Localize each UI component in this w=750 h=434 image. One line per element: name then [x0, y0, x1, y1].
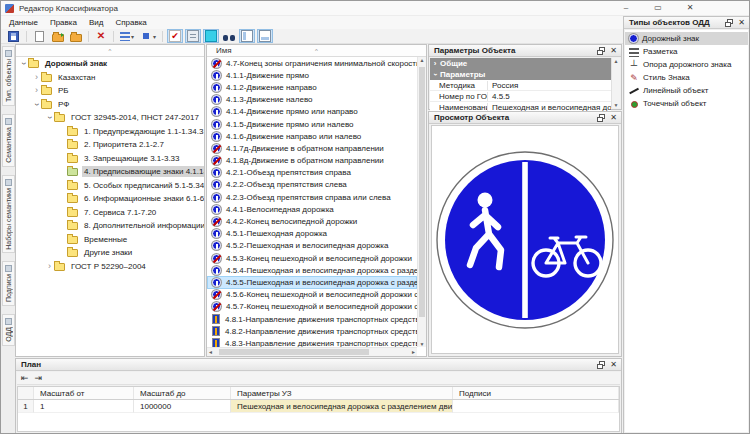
menu-item-0[interactable]: Данные: [3, 16, 44, 29]
sign-list-row[interactable]: 4.4.2-Конец велосипедной дорожки: [207, 215, 417, 227]
odd-type-row[interactable]: Линейный объект: [625, 84, 748, 97]
plan-column-header[interactable]: Подписи: [453, 387, 619, 399]
left-panel-button[interactable]: [239, 29, 255, 43]
sign-list-row[interactable]: 4.2.2-Объезд препятствия слева: [207, 179, 417, 191]
side-tab-3[interactable]: Подписи: [2, 261, 15, 306]
menu-item-2[interactable]: Вид: [83, 16, 109, 29]
odd-type-row[interactable]: ┴Опора дорожного знака: [625, 58, 748, 71]
group-parameters[interactable]: › Параметры: [430, 69, 611, 80]
tree-row[interactable]: 1. Предупреждающие 1.1-1.34.3: [16, 125, 204, 139]
close-panel-icon[interactable]: ✕: [610, 361, 617, 369]
sign-list-row[interactable]: 4.5.1-Пешеходная дорожка: [207, 228, 417, 240]
panel-header[interactable]: План ✕: [16, 359, 621, 371]
sign-list-row[interactable]: 4.8.1-Направление движения транспортных …: [207, 313, 417, 325]
tree-row[interactable]: 6. Информационные знаки 6.1-6.21.2: [16, 192, 204, 206]
tree-row[interactable]: ›РФ: [16, 98, 204, 112]
append-row-button[interactable]: ⇥: [35, 372, 43, 384]
expand-icon[interactable]: ›: [430, 59, 440, 68]
expand-icon[interactable]: ›: [32, 73, 41, 82]
sign-list-row[interactable]: 4.1.4-Движение прямо или направо: [207, 106, 417, 118]
plan-column-header[interactable]: Масштаб от: [34, 387, 134, 399]
param-value[interactable]: Россия: [488, 81, 611, 90]
plan-column-header[interactable]: Масштаб до: [134, 387, 231, 399]
float-panel-icon[interactable]: [725, 19, 733, 27]
menu-item-1[interactable]: Правка: [44, 16, 83, 29]
side-tab-4[interactable]: ОДД: [2, 314, 15, 346]
dropdown-arrow-icon[interactable]: ▾: [131, 33, 134, 40]
panel-header[interactable]: Параметры Объекта ✕: [429, 45, 621, 57]
tree-row[interactable]: ›ГОСТ Р 52290–2004: [16, 260, 204, 274]
sign-list-row[interactable]: 4.5.7-Конец пешеходной и велосипедной до…: [207, 301, 417, 313]
sign-list-row[interactable]: 4.5.5-Пешеходная и велосипедная дорожка …: [207, 276, 417, 288]
group-general[interactable]: › Общие: [430, 58, 611, 69]
save-button[interactable]: [5, 29, 22, 43]
expand-icon[interactable]: ›: [32, 86, 41, 95]
cell-signatures[interactable]: [453, 400, 619, 413]
sign-list-row[interactable]: 4.5.3-Конец пешеходной и велосипедной до…: [207, 252, 417, 264]
tree-row[interactable]: 2. Приоритета 2.1-2.7: [16, 138, 204, 152]
red-check-button[interactable]: [167, 29, 183, 43]
collapse-icon[interactable]: ›: [431, 70, 440, 80]
tree-row[interactable]: 5. Особых предписаний 5.1-5.34: [16, 179, 204, 193]
scrollbar-thumb[interactable]: [419, 67, 425, 317]
param-row-gost-number[interactable]: Номер по ГОСТ 4.5.5: [430, 91, 611, 102]
tree-column-header[interactable]: ^: [16, 45, 204, 57]
sign-list-row[interactable]: 4.4.1-Велосипедная дорожка: [207, 203, 417, 215]
delete-button[interactable]: [93, 29, 109, 43]
plan-column-header[interactable]: Параметры УЗ: [231, 387, 453, 399]
scroll-down-icon[interactable]: ▼: [612, 102, 620, 108]
panel-header[interactable]: Просмотр Объекта ✕: [429, 112, 621, 124]
tree-row[interactable]: ›Казахстан: [16, 71, 204, 85]
vertical-scrollbar[interactable]: ▲ ▼: [417, 57, 426, 347]
tree-row[interactable]: 7. Сервиса 7.1-7.20: [16, 206, 204, 220]
sign-list-row[interactable]: 4.5.4-Пешеходная и велосипедная дорожка …: [207, 264, 417, 276]
sign-list-row[interactable]: 4.1.5-Движение прямо или налево: [207, 118, 417, 130]
collapse-icon[interactable]: ›: [32, 100, 41, 109]
close-panel-icon[interactable]: ✕: [610, 47, 617, 55]
sign-list-row[interactable]: 4.2.1-Объезд препятствия справа: [207, 167, 417, 179]
menu-item-3[interactable]: Справка: [109, 16, 152, 29]
sign-list-row[interactable]: 4.1.1-Движение прямо: [207, 69, 417, 81]
odd-type-row[interactable]: Дорожный знак: [625, 32, 748, 45]
tree-row[interactable]: ›РБ: [16, 84, 204, 98]
expand-icon[interactable]: ›: [45, 262, 54, 271]
bottom-panel-button[interactable]: [257, 29, 273, 43]
tree-row[interactable]: ›Дорожный знак: [16, 57, 204, 71]
close-panel-icon[interactable]: ✕: [610, 114, 617, 122]
preview-panel-button[interactable]: [203, 29, 219, 43]
tree-row[interactable]: Другие знаки: [16, 246, 204, 260]
sign-list-row[interactable]: 4.1.3-Движение налево: [207, 94, 417, 106]
sign-list-row[interactable]: 4.2.3-Объезд препятствия справа или слев…: [207, 191, 417, 203]
cell-scale-to[interactable]: 1000000: [134, 400, 231, 413]
sign-list-row[interactable]: 4.7-Конец зоны ограничения минимальной с…: [207, 57, 417, 69]
sign-list-row[interactable]: 4.8.2-Направление движения транспортных …: [207, 325, 417, 337]
collapse-icon[interactable]: ›: [19, 59, 28, 68]
odd-type-row[interactable]: Разметка: [625, 45, 748, 58]
scroll-up-icon[interactable]: ▲: [612, 58, 620, 64]
name-column-header[interactable]: Имя ^: [207, 45, 426, 57]
param-value[interactable]: 4.5.5: [488, 92, 611, 101]
scroll-right-icon[interactable]: ►: [411, 349, 416, 355]
cell-params[interactable]: Пешеходная и велосипедная дорожка с разд…: [231, 400, 453, 413]
search-binoculars-button[interactable]: [221, 29, 237, 43]
scroll-left-icon[interactable]: ◄: [208, 349, 213, 355]
new-document-button[interactable]: [31, 29, 48, 43]
open-folder-button[interactable]: [50, 29, 66, 43]
collapse-icon[interactable]: ›: [45, 113, 54, 122]
tree-row[interactable]: 3. Запрещающие 3.1-3.33: [16, 152, 204, 166]
minimize-button[interactable]: –: [613, 1, 639, 16]
float-panel-icon[interactable]: [597, 114, 605, 122]
dropdown-arrow-icon[interactable]: ▾: [153, 33, 156, 40]
style-square-button[interactable]: ▾: [138, 29, 158, 43]
close-button[interactable]: ✕: [677, 1, 703, 16]
odd-type-row[interactable]: Точечный объект: [625, 97, 748, 110]
sign-list-row[interactable]: 4.5.2-Пешеходная и велосипедная дорожка: [207, 240, 417, 252]
side-tab-1[interactable]: Семантика: [2, 114, 15, 167]
scroll-down-icon[interactable]: ▼: [418, 341, 426, 347]
sign-list-row[interactable]: 4.1.7д-Движение в обратном направлении: [207, 142, 417, 154]
properties-panel-button[interactable]: [185, 29, 201, 43]
tree-row[interactable]: 4. Предписывающие знаки 4.1.1-4.8.3: [16, 165, 204, 179]
odd-type-row[interactable]: ✎Стиль Знака: [625, 71, 748, 84]
cell-scale-from[interactable]: 1: [34, 400, 134, 413]
scrollbar-thumb[interactable]: [219, 349, 369, 355]
